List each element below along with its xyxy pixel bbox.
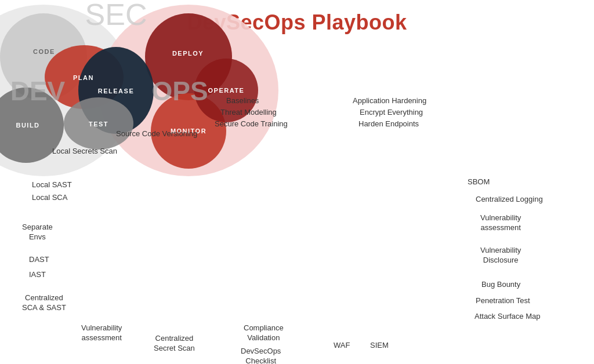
baselines-label: Baselines — [226, 96, 259, 106]
vuln-assessment-left-label: Vulnerabilityassessment — [81, 323, 122, 343]
iast-label: IAST — [29, 270, 46, 280]
separate-envs-label: SeparateEnvs — [22, 223, 53, 242]
siem-label: SIEM — [370, 341, 389, 351]
diagram-area: DEV OPS SEC CODE BUILD PLAN RELEASE TEST… — [0, 39, 594, 364]
local-sast-label: Local SAST — [32, 180, 72, 190]
ops-label: OPS — [151, 76, 208, 106]
dast-label: DAST — [29, 255, 49, 265]
bug-bounty-label: Bug Bounty — [481, 280, 520, 290]
dev-label: DEV — [10, 76, 66, 106]
encrypt-everything-label: Encrypt Everything — [360, 108, 423, 118]
harden-endpoints-label: Harden Endpoints — [358, 119, 419, 129]
vuln-disclosure-label: VulnerabilityDisclosure — [480, 246, 521, 265]
operate-inner-label: OPERATE — [208, 87, 245, 94]
release-inner-label: RELEASE — [98, 88, 134, 94]
vuln-assessment-right-label: Vulnerabilityassessment — [480, 213, 521, 233]
code-inner-label: CODE — [33, 48, 55, 55]
deploy-inner-label: DEPLOY — [172, 50, 204, 57]
build-inner-label: BUILD — [16, 122, 39, 129]
local-secrets-scan-label: Local Secrets Scan — [52, 147, 117, 156]
waf-label: WAF — [334, 341, 350, 351]
secure-code-training-label: Secure Code Training — [215, 119, 288, 129]
penetration-test-label: Penetration Test — [476, 296, 530, 306]
source-code-versioning-label: Source Code Versioning — [116, 129, 197, 139]
centralized-secret-scan-label: CentralizedSecret Scan — [154, 334, 195, 354]
compliance-validation-label: ComplianceValidation — [244, 323, 284, 343]
sec-label: SEC — [85, 0, 147, 31]
threat-modelling-label: Threat Modelling — [220, 108, 277, 118]
centralized-logging-label: Centralized Logging — [476, 195, 543, 205]
test-inner-label: TEST — [89, 121, 108, 128]
application-hardening-label: Application Hardening — [353, 96, 426, 106]
page-container: DevSecOps Playbook — [0, 0, 594, 364]
sbom-label: SBOM — [468, 177, 490, 187]
plan-inner-label: PLAN — [73, 74, 94, 81]
devsecops-checklist-label: DevSecOpsChecklist — [241, 347, 281, 364]
attack-surface-map-label: Attack Surface Map — [475, 312, 540, 322]
centralized-sca-sast-label: CentralizedSCA & SAST — [22, 293, 66, 313]
local-sca-label: Local SCA — [32, 193, 67, 203]
